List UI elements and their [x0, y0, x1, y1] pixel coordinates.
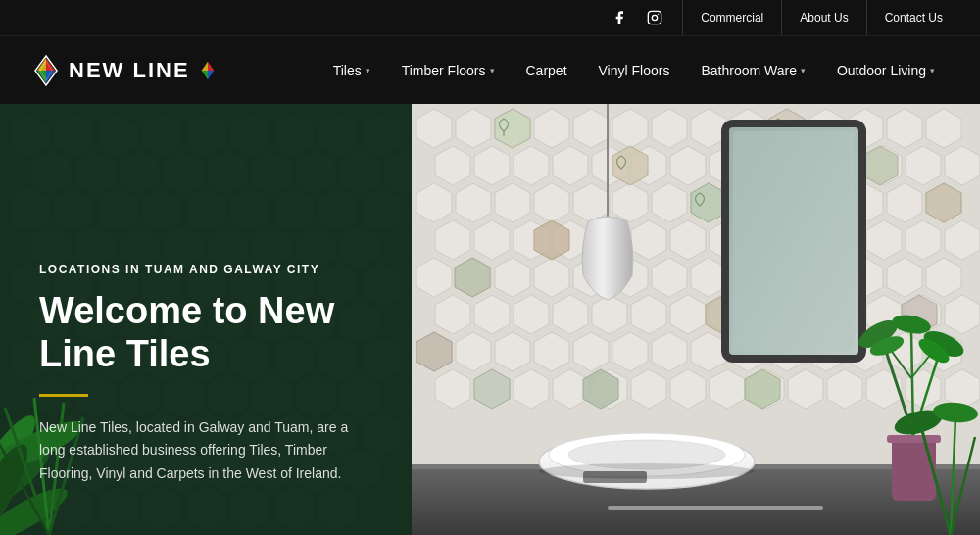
hero-divider [39, 394, 88, 397]
svg-marker-6 [46, 71, 55, 83]
outdoor-chevron-icon: ▾ [930, 66, 935, 75]
svg-marker-7 [37, 58, 46, 71]
svg-marker-11 [201, 61, 207, 70]
top-bar: Commercial About Us Contact Us [0, 0, 980, 35]
svg-point-1 [653, 15, 658, 20]
social-links [602, 0, 672, 35]
hero-description: New Line Tiles, located in Galway and Tu… [39, 416, 353, 486]
nav-carpet[interactable]: Carpet [511, 36, 583, 105]
tiles-chevron-icon: ▾ [366, 66, 370, 75]
logo-text: NEW LINE [69, 58, 190, 83]
svg-marker-5 [46, 58, 55, 71]
nav-outdoor-living[interactable]: Outdoor Living ▾ [821, 36, 951, 105]
svg-point-2 [658, 14, 659, 15]
commercial-link[interactable]: Commercial [682, 0, 781, 35]
nav-tiles[interactable]: Tiles ▾ [318, 36, 386, 105]
nav-bathroom-ware[interactable]: Bathroom Ware ▾ [685, 36, 821, 105]
hero-content: LOCATIONS IN TUAM AND GALWAY CITY Welcom… [39, 263, 372, 486]
svg-marker-8 [37, 71, 46, 83]
svg-point-55 [539, 463, 755, 479]
main-nav: NEW LINE Tiles ▾ Timber Floors ▾ Carpet … [0, 35, 980, 104]
svg-rect-0 [649, 11, 662, 24]
svg-marker-12 [201, 71, 207, 79]
svg-marker-10 [208, 71, 214, 79]
svg-rect-29 [733, 131, 855, 351]
logo[interactable]: NEW LINE [29, 54, 220, 87]
top-nav-links: Commercial About Us Contact Us [682, 0, 960, 35]
hero-section: LOCATIONS IN TUAM AND GALWAY CITY Welcom… [0, 104, 980, 535]
hero-left-panel: LOCATIONS IN TUAM AND GALWAY CITY Welcom… [0, 104, 412, 535]
timber-chevron-icon: ▾ [490, 66, 495, 75]
logo-trailing-diamond-icon [196, 59, 220, 82]
logo-diamond-icon [29, 54, 63, 87]
facebook-icon[interactable] [602, 0, 637, 35]
bathroom-scene-svg [412, 104, 980, 535]
instagram-icon[interactable] [637, 0, 672, 35]
svg-marker-9 [208, 61, 214, 70]
main-nav-menu: Tiles ▾ Timber Floors ▾ Carpet Vinyl Flo… [318, 36, 951, 105]
hero-right-panel [412, 104, 980, 535]
about-link[interactable]: About Us [781, 0, 865, 35]
svg-rect-38 [892, 437, 936, 501]
svg-rect-39 [887, 435, 941, 443]
hero-title: Welcome to New Line Tiles [39, 290, 372, 375]
nav-vinyl-floors[interactable]: Vinyl Floors [583, 36, 686, 105]
hero-location-text: LOCATIONS IN TUAM AND GALWAY CITY [39, 263, 372, 276]
svg-rect-37 [608, 506, 823, 510]
contact-link[interactable]: Contact Us [866, 0, 960, 35]
bathroom-chevron-icon: ▾ [801, 66, 806, 75]
nav-timber-floors[interactable]: Timber Floors ▾ [386, 36, 511, 105]
